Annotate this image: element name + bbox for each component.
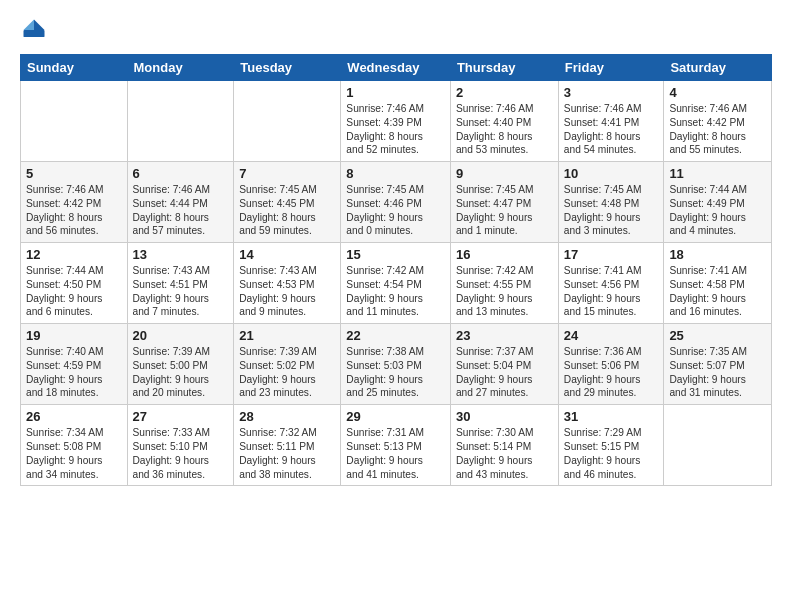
calendar-day-cell: 11Sunrise: 7:44 AM Sunset: 4:49 PM Dayli… (664, 162, 772, 243)
day-info: Sunrise: 7:46 AM Sunset: 4:40 PM Dayligh… (456, 102, 553, 157)
calendar-day-cell: 28Sunrise: 7:32 AM Sunset: 5:11 PM Dayli… (234, 405, 341, 486)
day-number: 3 (564, 85, 659, 100)
empty-cell (21, 81, 128, 162)
day-info: Sunrise: 7:46 AM Sunset: 4:42 PM Dayligh… (26, 183, 122, 238)
calendar-day-cell: 4Sunrise: 7:46 AM Sunset: 4:42 PM Daylig… (664, 81, 772, 162)
day-number: 6 (133, 166, 229, 181)
day-number: 18 (669, 247, 766, 262)
calendar-day-cell: 10Sunrise: 7:45 AM Sunset: 4:48 PM Dayli… (558, 162, 664, 243)
day-info: Sunrise: 7:35 AM Sunset: 5:07 PM Dayligh… (669, 345, 766, 400)
day-info: Sunrise: 7:46 AM Sunset: 4:44 PM Dayligh… (133, 183, 229, 238)
day-number: 14 (239, 247, 335, 262)
calendar-day-cell: 26Sunrise: 7:34 AM Sunset: 5:08 PM Dayli… (21, 405, 128, 486)
day-info: Sunrise: 7:46 AM Sunset: 4:39 PM Dayligh… (346, 102, 445, 157)
calendar-day-cell: 31Sunrise: 7:29 AM Sunset: 5:15 PM Dayli… (558, 405, 664, 486)
day-number: 22 (346, 328, 445, 343)
calendar-day-cell: 8Sunrise: 7:45 AM Sunset: 4:46 PM Daylig… (341, 162, 451, 243)
calendar-week-row: 5Sunrise: 7:46 AM Sunset: 4:42 PM Daylig… (21, 162, 772, 243)
day-number: 30 (456, 409, 553, 424)
day-number: 7 (239, 166, 335, 181)
calendar-day-cell: 23Sunrise: 7:37 AM Sunset: 5:04 PM Dayli… (450, 324, 558, 405)
day-number: 2 (456, 85, 553, 100)
weekday-header-friday: Friday (558, 55, 664, 81)
day-number: 27 (133, 409, 229, 424)
calendar-day-cell: 21Sunrise: 7:39 AM Sunset: 5:02 PM Dayli… (234, 324, 341, 405)
calendar-day-cell: 9Sunrise: 7:45 AM Sunset: 4:47 PM Daylig… (450, 162, 558, 243)
day-info: Sunrise: 7:45 AM Sunset: 4:45 PM Dayligh… (239, 183, 335, 238)
day-info: Sunrise: 7:43 AM Sunset: 4:51 PM Dayligh… (133, 264, 229, 319)
calendar-day-cell: 2Sunrise: 7:46 AM Sunset: 4:40 PM Daylig… (450, 81, 558, 162)
day-info: Sunrise: 7:39 AM Sunset: 5:02 PM Dayligh… (239, 345, 335, 400)
weekday-header-sunday: Sunday (21, 55, 128, 81)
day-number: 8 (346, 166, 445, 181)
svg-marker-1 (24, 20, 35, 31)
calendar-day-cell: 3Sunrise: 7:46 AM Sunset: 4:41 PM Daylig… (558, 81, 664, 162)
calendar-day-cell: 20Sunrise: 7:39 AM Sunset: 5:00 PM Dayli… (127, 324, 234, 405)
day-number: 16 (456, 247, 553, 262)
day-number: 5 (26, 166, 122, 181)
calendar-day-cell: 1Sunrise: 7:46 AM Sunset: 4:39 PM Daylig… (341, 81, 451, 162)
day-number: 24 (564, 328, 659, 343)
day-info: Sunrise: 7:46 AM Sunset: 4:42 PM Dayligh… (669, 102, 766, 157)
day-info: Sunrise: 7:38 AM Sunset: 5:03 PM Dayligh… (346, 345, 445, 400)
calendar-day-cell: 19Sunrise: 7:40 AM Sunset: 4:59 PM Dayli… (21, 324, 128, 405)
calendar-day-cell: 7Sunrise: 7:45 AM Sunset: 4:45 PM Daylig… (234, 162, 341, 243)
day-number: 21 (239, 328, 335, 343)
day-info: Sunrise: 7:31 AM Sunset: 5:13 PM Dayligh… (346, 426, 445, 481)
day-info: Sunrise: 7:46 AM Sunset: 4:41 PM Dayligh… (564, 102, 659, 157)
calendar-day-cell: 30Sunrise: 7:30 AM Sunset: 5:14 PM Dayli… (450, 405, 558, 486)
calendar-day-cell: 12Sunrise: 7:44 AM Sunset: 4:50 PM Dayli… (21, 243, 128, 324)
weekday-header-row: SundayMondayTuesdayWednesdayThursdayFrid… (21, 55, 772, 81)
calendar-day-cell: 6Sunrise: 7:46 AM Sunset: 4:44 PM Daylig… (127, 162, 234, 243)
day-number: 20 (133, 328, 229, 343)
empty-cell (664, 405, 772, 486)
day-info: Sunrise: 7:41 AM Sunset: 4:58 PM Dayligh… (669, 264, 766, 319)
day-info: Sunrise: 7:44 AM Sunset: 4:49 PM Dayligh… (669, 183, 766, 238)
calendar-day-cell: 24Sunrise: 7:36 AM Sunset: 5:06 PM Dayli… (558, 324, 664, 405)
day-info: Sunrise: 7:44 AM Sunset: 4:50 PM Dayligh… (26, 264, 122, 319)
day-info: Sunrise: 7:40 AM Sunset: 4:59 PM Dayligh… (26, 345, 122, 400)
calendar-day-cell: 17Sunrise: 7:41 AM Sunset: 4:56 PM Dayli… (558, 243, 664, 324)
calendar-day-cell: 15Sunrise: 7:42 AM Sunset: 4:54 PM Dayli… (341, 243, 451, 324)
day-info: Sunrise: 7:30 AM Sunset: 5:14 PM Dayligh… (456, 426, 553, 481)
calendar-day-cell: 22Sunrise: 7:38 AM Sunset: 5:03 PM Dayli… (341, 324, 451, 405)
weekday-header-tuesday: Tuesday (234, 55, 341, 81)
day-number: 26 (26, 409, 122, 424)
day-number: 15 (346, 247, 445, 262)
day-number: 23 (456, 328, 553, 343)
header (20, 16, 772, 44)
logo-icon (20, 16, 48, 44)
day-info: Sunrise: 7:41 AM Sunset: 4:56 PM Dayligh… (564, 264, 659, 319)
day-info: Sunrise: 7:45 AM Sunset: 4:47 PM Dayligh… (456, 183, 553, 238)
logo (20, 16, 52, 44)
day-number: 25 (669, 328, 766, 343)
day-number: 10 (564, 166, 659, 181)
day-info: Sunrise: 7:34 AM Sunset: 5:08 PM Dayligh… (26, 426, 122, 481)
calendar-week-row: 1Sunrise: 7:46 AM Sunset: 4:39 PM Daylig… (21, 81, 772, 162)
day-info: Sunrise: 7:45 AM Sunset: 4:46 PM Dayligh… (346, 183, 445, 238)
day-number: 13 (133, 247, 229, 262)
empty-cell (234, 81, 341, 162)
day-info: Sunrise: 7:42 AM Sunset: 4:55 PM Dayligh… (456, 264, 553, 319)
day-number: 31 (564, 409, 659, 424)
day-info: Sunrise: 7:42 AM Sunset: 4:54 PM Dayligh… (346, 264, 445, 319)
day-number: 1 (346, 85, 445, 100)
day-number: 9 (456, 166, 553, 181)
day-info: Sunrise: 7:43 AM Sunset: 4:53 PM Dayligh… (239, 264, 335, 319)
day-number: 12 (26, 247, 122, 262)
weekday-header-thursday: Thursday (450, 55, 558, 81)
day-number: 4 (669, 85, 766, 100)
day-info: Sunrise: 7:32 AM Sunset: 5:11 PM Dayligh… (239, 426, 335, 481)
calendar-day-cell: 25Sunrise: 7:35 AM Sunset: 5:07 PM Dayli… (664, 324, 772, 405)
calendar-day-cell: 13Sunrise: 7:43 AM Sunset: 4:51 PM Dayli… (127, 243, 234, 324)
day-info: Sunrise: 7:45 AM Sunset: 4:48 PM Dayligh… (564, 183, 659, 238)
day-number: 11 (669, 166, 766, 181)
calendar-day-cell: 16Sunrise: 7:42 AM Sunset: 4:55 PM Dayli… (450, 243, 558, 324)
day-info: Sunrise: 7:36 AM Sunset: 5:06 PM Dayligh… (564, 345, 659, 400)
page: SundayMondayTuesdayWednesdayThursdayFrid… (0, 0, 792, 502)
calendar-day-cell: 5Sunrise: 7:46 AM Sunset: 4:42 PM Daylig… (21, 162, 128, 243)
day-info: Sunrise: 7:29 AM Sunset: 5:15 PM Dayligh… (564, 426, 659, 481)
svg-rect-2 (24, 30, 45, 37)
empty-cell (127, 81, 234, 162)
calendar-day-cell: 18Sunrise: 7:41 AM Sunset: 4:58 PM Dayli… (664, 243, 772, 324)
